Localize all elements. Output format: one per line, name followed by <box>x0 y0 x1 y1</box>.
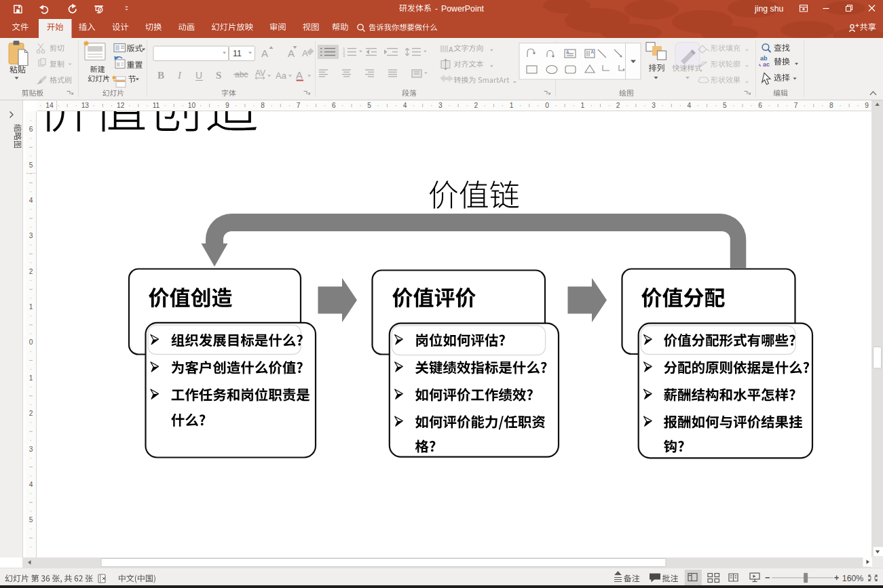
svg-text:jing shu: jing shu <box>754 4 784 14</box>
svg-text:1: 1 <box>581 102 585 109</box>
svg-text:I: I <box>177 70 182 81</box>
svg-text:7: 7 <box>297 102 301 109</box>
svg-text:13: 13 <box>81 102 90 109</box>
svg-text:11: 11 <box>233 49 242 58</box>
svg-text:8: 8 <box>261 102 265 109</box>
svg-text:12: 12 <box>117 102 125 109</box>
svg-text:14: 14 <box>45 102 54 109</box>
svg-text:4: 4 <box>403 102 407 109</box>
svg-text:A: A <box>288 47 295 59</box>
svg-text:B: B <box>157 70 164 81</box>
svg-text:2: 2 <box>474 102 478 109</box>
svg-text:A: A <box>566 50 569 54</box>
svg-text:5: 5 <box>723 102 727 109</box>
svg-text:U: U <box>195 70 202 81</box>
svg-text:ac: ac <box>763 61 770 68</box>
svg-text:1: 1 <box>29 374 33 382</box>
svg-text:6: 6 <box>332 102 336 109</box>
svg-text:A: A <box>296 69 303 81</box>
svg-text:5: 5 <box>29 516 33 524</box>
svg-text:5: 5 <box>367 102 371 109</box>
svg-text:4: 4 <box>29 481 33 488</box>
svg-text:-: - <box>435 4 438 14</box>
svg-text:3: 3 <box>29 232 33 239</box>
svg-text:9: 9 <box>865 102 869 109</box>
svg-text:9: 9 <box>225 102 229 109</box>
svg-text:1: 1 <box>29 303 33 311</box>
svg-text:10: 10 <box>188 102 196 109</box>
svg-text:6: 6 <box>29 125 33 133</box>
svg-text:2: 2 <box>29 268 33 275</box>
svg-text:PowerPoint: PowerPoint <box>441 4 484 14</box>
svg-text:8: 8 <box>829 102 833 109</box>
svg-text:0: 0 <box>29 338 33 346</box>
svg-text:5: 5 <box>29 161 33 169</box>
svg-text:0: 0 <box>545 102 549 109</box>
svg-text:11: 11 <box>153 102 160 109</box>
svg-text:1: 1 <box>510 102 514 109</box>
svg-text:160%: 160% <box>842 574 864 583</box>
svg-text:S: S <box>216 70 221 81</box>
svg-text:A: A <box>449 46 453 54</box>
svg-text:A: A <box>302 48 308 58</box>
svg-text:2: 2 <box>616 102 620 109</box>
svg-text:7: 7 <box>794 102 798 109</box>
svg-text:3: 3 <box>652 102 656 109</box>
svg-text:A: A <box>591 50 595 54</box>
svg-text:4: 4 <box>29 197 33 204</box>
svg-text:3: 3 <box>29 446 33 453</box>
svg-text:6: 6 <box>758 102 762 109</box>
svg-text:Aa: Aa <box>276 71 287 81</box>
svg-text:A: A <box>261 47 268 59</box>
svg-text:3: 3 <box>438 102 443 109</box>
svg-text:4: 4 <box>688 102 692 109</box>
svg-text:2: 2 <box>29 410 33 417</box>
